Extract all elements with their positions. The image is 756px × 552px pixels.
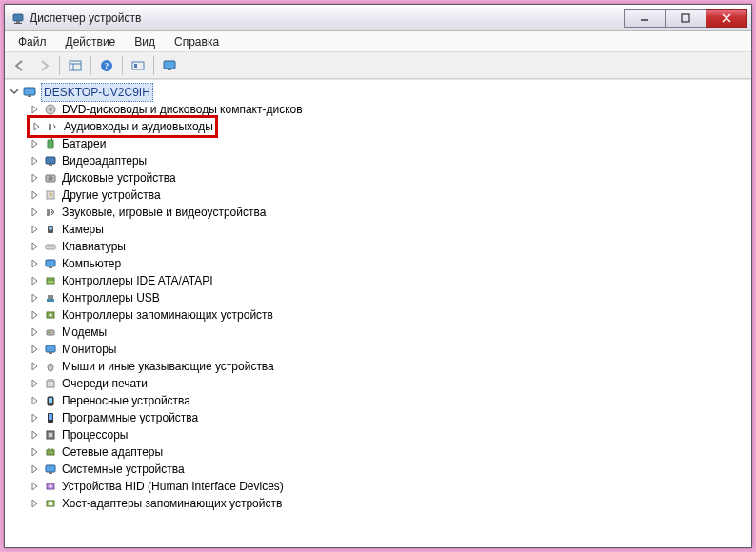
category-icon	[43, 205, 58, 220]
back-button[interactable]	[9, 55, 31, 76]
tree-category-node[interactable]: Камеры	[30, 221, 747, 238]
expander-expand-icon[interactable]	[30, 138, 41, 149]
tree-category-node[interactable]: Мыши и иные указывающие устройства	[30, 358, 747, 375]
category-label: Компьютер	[62, 255, 121, 272]
menubar: Файл Действие Вид Справка	[5, 31, 751, 52]
svg-rect-50	[47, 381, 54, 387]
svg-rect-23	[51, 138, 52, 140]
show-hidden-button[interactable]	[64, 55, 87, 76]
tree-category-node[interactable]: Аудиовходы и аудиовыходы	[30, 118, 747, 135]
expander-expand-icon[interactable]	[30, 207, 41, 218]
expander-expand-icon[interactable]	[30, 258, 41, 269]
svg-rect-2	[14, 23, 22, 24]
svg-point-32	[49, 227, 52, 230]
expander-expand-icon[interactable]	[30, 155, 41, 167]
tree-category-node[interactable]: Модемы	[30, 324, 747, 341]
expander-expand-icon[interactable]	[30, 412, 41, 424]
tree-category-node[interactable]: Устройства HID (Human Interface Devices)	[30, 478, 747, 495]
tree-category-node[interactable]: Контроллеры IDE ATA/ATAPI	[30, 272, 747, 289]
expander-expand-icon[interactable]	[30, 361, 41, 372]
category-label: Модемы	[62, 324, 107, 341]
expander-expand-icon[interactable]	[30, 446, 41, 458]
svg-rect-30	[47, 209, 50, 216]
expander-expand-icon[interactable]	[30, 498, 41, 509]
tree-category-node[interactable]: Дисковые устройства	[30, 169, 747, 187]
expander-expand-icon[interactable]	[31, 121, 43, 132]
svg-rect-39	[48, 295, 53, 299]
expander-expand-icon[interactable]	[30, 104, 41, 115]
svg-point-45	[50, 332, 51, 334]
svg-rect-46	[46, 345, 55, 352]
svg-rect-15	[168, 69, 171, 70]
expander-expand-icon[interactable]	[30, 481, 41, 492]
tree-category-node[interactable]: Контроллеры запоминающих устройств	[30, 306, 747, 324]
svg-rect-7	[70, 61, 81, 70]
svg-rect-25	[49, 164, 52, 166]
category-icon	[43, 410, 58, 425]
svg-point-27	[49, 176, 53, 181]
tree-category-node[interactable]: Процессоры	[30, 426, 747, 444]
forward-button[interactable]	[32, 55, 55, 76]
maximize-button[interactable]	[665, 9, 706, 28]
tree-category-node[interactable]: Хост-адаптеры запоминающих устройств	[30, 495, 747, 512]
svg-rect-40	[47, 299, 54, 302]
expander-expand-icon[interactable]	[30, 378, 41, 389]
category-label: Устройства HID (Human Interface Devices)	[62, 478, 284, 495]
tree-category-node[interactable]: Переносные устройства	[30, 392, 747, 409]
help-button[interactable]: ?	[95, 55, 118, 76]
tree-category-node[interactable]: Видеоадаптеры	[30, 152, 747, 169]
expander-expand-icon[interactable]	[30, 344, 41, 355]
app-icon	[10, 10, 26, 26]
category-icon	[43, 427, 58, 443]
svg-rect-53	[49, 398, 52, 403]
menu-help[interactable]: Справка	[165, 33, 229, 50]
tree-category-node[interactable]: Программные устройства	[30, 409, 747, 426]
tree-category-node[interactable]: Компьютер	[30, 255, 747, 272]
menu-action[interactable]: Действие	[56, 33, 126, 50]
tree-category-node[interactable]: Системные устройства	[30, 461, 747, 478]
category-label: Системные устройства	[62, 461, 185, 478]
svg-rect-24	[46, 157, 55, 164]
category-icon	[43, 325, 58, 340]
expander-expand-icon[interactable]	[30, 224, 41, 235]
close-button[interactable]	[706, 9, 747, 28]
expander-expand-icon[interactable]	[30, 275, 41, 286]
svg-text:?: ?	[105, 61, 109, 70]
monitor-button[interactable]	[158, 55, 181, 76]
minimize-button[interactable]	[624, 9, 666, 28]
expander-expand-icon[interactable]	[30, 429, 41, 441]
expander-expand-icon[interactable]	[30, 241, 41, 252]
svg-point-44	[48, 332, 50, 334]
expander-expand-icon[interactable]	[30, 395, 41, 406]
category-icon	[43, 239, 58, 254]
scan-hardware-button[interactable]	[127, 55, 149, 76]
tree-category-node[interactable]: Очереди печати	[30, 375, 747, 392]
tree-category-node[interactable]: Звуковые, игровые и видеоустройства	[30, 204, 747, 221]
toolbar-separator	[122, 56, 123, 75]
expander-expand-icon[interactable]	[30, 172, 41, 184]
highlighted-category: Аудиовходы и аудиовыходы	[27, 115, 218, 138]
tree-category-node[interactable]: ?Другие устройства	[30, 187, 747, 204]
expander-expand-icon[interactable]	[30, 292, 41, 304]
svg-rect-12	[132, 62, 144, 69]
tree-category-node[interactable]: Клавиатуры	[30, 238, 747, 255]
expander-expand-icon[interactable]	[30, 309, 41, 321]
category-label: Очереди печати	[62, 375, 148, 392]
category-label: Мыши и иные указывающие устройства	[62, 358, 274, 375]
category-label: Переносные устройства	[62, 392, 190, 409]
expander-expand-icon[interactable]	[30, 463, 41, 475]
titlebar: Диспетчер устройств	[5, 5, 751, 31]
tree-category-node[interactable]: Контроллеры USB	[30, 289, 747, 306]
svg-rect-17	[28, 95, 31, 97]
expander-expand-icon[interactable]	[30, 326, 41, 338]
tree-category-node[interactable]: Мониторы	[30, 341, 747, 358]
expander-collapse-icon[interactable]	[9, 87, 20, 98]
category-label: Аудиовходы и аудиовыходы	[64, 118, 213, 135]
menu-file[interactable]: Файл	[9, 33, 56, 50]
tree-category-node[interactable]: Сетевые адаптеры	[30, 444, 747, 461]
tree-root-node[interactable]: DESKTOP-UV2C9IH	[9, 84, 747, 101]
menu-view[interactable]: Вид	[125, 33, 165, 50]
toolbar-separator	[90, 56, 91, 75]
expander-expand-icon[interactable]	[30, 189, 41, 201]
device-tree-pane[interactable]: DESKTOP-UV2C9IH DVD-дисководы и дисковод…	[5, 79, 751, 547]
